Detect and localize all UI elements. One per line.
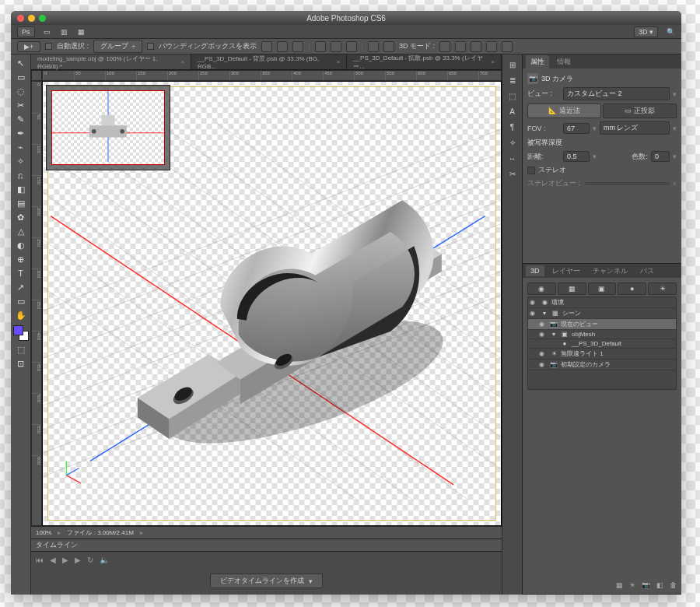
align-icon[interactable] (277, 41, 288, 52)
pen-tool[interactable]: ◐ (12, 238, 30, 252)
paths-tab[interactable]: パス (635, 265, 659, 278)
arrange-icon[interactable] (383, 41, 394, 52)
perspective-button[interactable]: 📐 遠近法 (527, 104, 601, 118)
next-frame-icon[interactable]: ▶ (75, 556, 81, 564)
stamp-tool[interactable]: ✧ (12, 154, 30, 168)
3d-mode-icon[interactable] (439, 41, 450, 52)
visibility-icon[interactable]: ◉ (530, 299, 537, 306)
goto-start-icon[interactable]: ⏮ (36, 556, 44, 564)
shape-tool[interactable]: ↗ (12, 280, 30, 294)
history-brush-tool[interactable]: ⎌ (12, 168, 30, 182)
visibility-icon[interactable]: ◉ (539, 331, 547, 338)
orthographic-button[interactable]: ▭ 正投影 (603, 104, 677, 118)
visibility-icon[interactable]: ◉ (539, 361, 547, 368)
document-tab[interactable]: __PS_3D_Default - 拡散.psb @ 33.3% (レイヤー..… (347, 54, 502, 69)
close-tab-icon[interactable]: × (337, 58, 341, 65)
colors-input[interactable]: 0 (651, 151, 670, 162)
path-tool[interactable]: T (12, 266, 30, 280)
3d-mode-icon[interactable] (502, 41, 513, 52)
menu-icon[interactable]: ▭ (43, 28, 52, 36)
panel-icon[interactable]: A (504, 104, 521, 118)
new-icon[interactable]: ◧ (656, 581, 663, 589)
panel-icon[interactable]: ↔ (504, 151, 521, 165)
menu-icon[interactable]: ▥ (60, 28, 69, 36)
fov-unit-dropdown[interactable]: mm レンズ (600, 121, 670, 135)
fov-input[interactable]: 67 (563, 123, 590, 134)
view-dropdown[interactable]: カスタムビュー 2 (563, 87, 670, 100)
render-icon[interactable]: 📷 (642, 581, 650, 589)
fg-color[interactable] (13, 325, 23, 335)
arrange-icon[interactable] (368, 41, 379, 52)
bbox-checkbox[interactable] (147, 43, 154, 50)
move-tool[interactable]: ↖ (12, 56, 30, 70)
filter-scene-icon[interactable]: ▦ (558, 282, 586, 295)
dodge-tool[interactable]: △ (12, 224, 30, 238)
create-timeline-button[interactable]: ビデオタイムラインを作成▾ (210, 574, 323, 588)
marquee-tool[interactable]: ▭ (12, 70, 30, 84)
app-logo[interactable]: Ps (17, 26, 35, 37)
move-tool-icon[interactable]: ▶+ (17, 41, 40, 52)
close-tab-icon[interactable]: × (491, 58, 495, 65)
hand-tool[interactable]: ▭ (12, 294, 30, 308)
audio-icon[interactable]: 🔈 (100, 556, 109, 564)
timeline-tab[interactable]: タイムライン (36, 540, 78, 550)
layers-tab[interactable]: レイヤー (548, 265, 585, 278)
canvas[interactable] (42, 81, 502, 526)
gradient-tool[interactable]: ▤ (12, 196, 30, 210)
distribute-icon[interactable] (315, 41, 326, 52)
stereo-checkbox[interactable] (527, 167, 535, 174)
panel-icon[interactable]: ¶ (504, 120, 521, 134)
stereoview-dropdown[interactable] (585, 182, 670, 185)
blur-tool[interactable]: ✿ (12, 210, 30, 224)
panel-icon[interactable]: ✧ (504, 135, 521, 149)
file-size-info[interactable]: ファイル : 3.00M/2.41M (67, 528, 133, 537)
filter-env-icon[interactable]: ◉ (527, 282, 556, 295)
horizontal-ruler[interactable]: 0501001502002503003504004505005506006507… (42, 70, 502, 81)
auto-select-checkbox[interactable] (45, 43, 52, 50)
visibility-icon[interactable]: ◉ (530, 310, 537, 317)
secondary-view[interactable] (46, 85, 170, 170)
brush-tool[interactable]: ⌁ (12, 140, 30, 154)
workspace-selector[interactable]: 3D ▾ (634, 26, 658, 37)
crop-tool[interactable]: ✂ (12, 98, 30, 112)
loop-icon[interactable]: ↻ (87, 556, 93, 564)
prev-frame-icon[interactable]: ◀ (50, 556, 56, 564)
panel-icon[interactable]: ⬚ (504, 89, 521, 103)
document-tab[interactable]: __PS_3D_Default - 背景.psb @ 33.3% (BG, RG… (191, 54, 347, 69)
scene-tree[interactable]: ◉◉環境 ◉▾▦シーン ◉📷現在のビュー ◉▾▣objMesh ●__PS_3D… (527, 296, 677, 390)
play-icon[interactable]: ▶ (62, 556, 68, 564)
filter-mesh-icon[interactable]: ▣ (588, 282, 617, 295)
filter-light-icon[interactable]: ☀ (648, 282, 677, 295)
visibility-icon[interactable]: ◉ (539, 321, 547, 328)
new-light-icon[interactable]: ☀ (629, 581, 635, 589)
align-icon[interactable] (292, 41, 303, 52)
trash-icon[interactable]: 🗑 (670, 581, 677, 589)
panel-icon[interactable]: ✂ (504, 167, 521, 181)
menu-icon[interactable]: ▦ (77, 28, 86, 36)
info-tab[interactable]: 情報 (552, 55, 576, 68)
eraser-tool[interactable]: ◧ (12, 182, 30, 196)
healing-tool[interactable]: ✒ (12, 126, 30, 140)
close-tab-icon[interactable]: × (180, 58, 184, 65)
zoom-tool[interactable]: ✋ (12, 308, 30, 322)
align-icon[interactable] (261, 41, 272, 52)
panel-icon[interactable]: ▦ (616, 581, 623, 589)
3d-tab[interactable]: 3D (526, 265, 544, 276)
panel-icon[interactable]: ⊞ (504, 58, 521, 72)
lasso-tool[interactable]: ◌ (12, 84, 30, 98)
3d-mode-icon[interactable] (455, 41, 466, 52)
quickmask-toggle[interactable]: ⬚ (12, 342, 30, 356)
type-tool[interactable]: ⊕ (12, 252, 30, 266)
distribute-icon[interactable] (331, 41, 341, 52)
close-window-button[interactable] (17, 15, 24, 22)
color-swatch[interactable] (13, 325, 29, 341)
document-tab[interactable]: modeling_sample.obj @ 100% (レイヤー 1, RGB/… (31, 54, 191, 69)
panel-icon[interactable]: ≣ (504, 73, 521, 87)
eyedropper-tool[interactable]: ✎ (12, 112, 30, 126)
group-dropdown[interactable]: グループ ÷ (93, 40, 142, 53)
vertical-ruler[interactable]: 050100150200250300350400450500550600 (31, 81, 42, 526)
visibility-icon[interactable]: ◉ (539, 350, 547, 357)
3d-mode-icon[interactable] (486, 41, 497, 52)
properties-tab[interactable]: 属性 (526, 55, 549, 68)
channels-tab[interactable]: チャンネル (588, 265, 632, 278)
